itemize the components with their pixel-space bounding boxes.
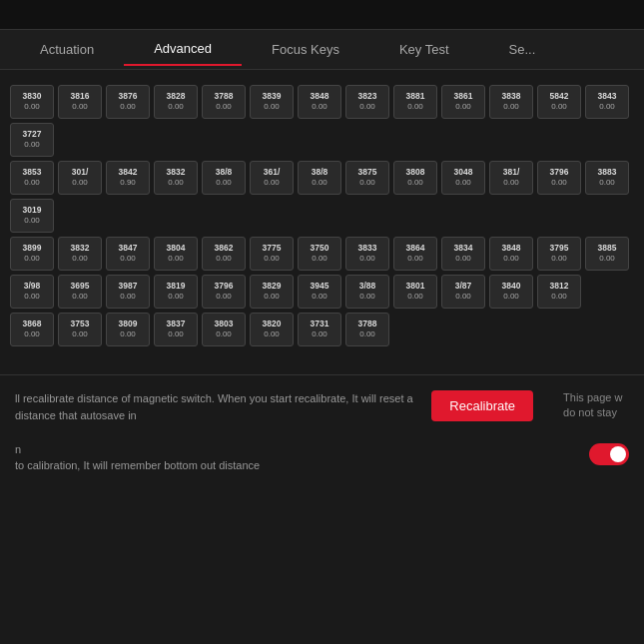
key-cell[interactable]: 37950.00 <box>537 237 581 271</box>
key-cell[interactable]: 38610.00 <box>441 85 485 119</box>
key-cell[interactable]: 37750.00 <box>250 237 294 271</box>
key-cell[interactable]: 58420.00 <box>537 85 581 119</box>
top-bar <box>0 0 644 30</box>
key-cell[interactable]: 301/0.00 <box>58 161 102 195</box>
key-cell[interactable]: 37960.00 <box>537 161 581 195</box>
key-cell[interactable]: 38290.00 <box>250 275 294 309</box>
key-cell[interactable]: 38230.00 <box>345 85 389 119</box>
key-cell[interactable]: 38480.00 <box>298 85 341 119</box>
key-cell[interactable]: 38/80.00 <box>202 161 246 195</box>
key-id: 3809 <box>119 319 138 329</box>
key-cell[interactable]: 38280.00 <box>154 85 198 119</box>
key-cell[interactable]: 37310.00 <box>298 313 341 346</box>
key-cell[interactable]: 38470.00 <box>106 237 150 271</box>
tab-se[interactable]: Se... <box>479 34 566 65</box>
key-val: 0.00 <box>551 292 567 302</box>
key-cell[interactable]: 30190.00 <box>10 199 54 233</box>
key-cell[interactable]: 38750.00 <box>345 161 389 195</box>
key-cell[interactable]: 38090.00 <box>106 313 150 346</box>
key-val: 0.00 <box>312 329 327 339</box>
key-val: 0.00 <box>599 102 615 112</box>
key-val: 0.00 <box>216 102 232 112</box>
key-cell[interactable]: 38420.90 <box>106 161 150 195</box>
key-cell[interactable]: 38850.00 <box>585 237 629 271</box>
key-cell[interactable]: 38370.00 <box>154 313 198 346</box>
key-cell[interactable]: 3/880.00 <box>345 275 389 309</box>
key-val: 0.00 <box>24 216 40 226</box>
key-cell[interactable]: 381/0.00 <box>489 161 533 195</box>
key-cell[interactable]: 38190.00 <box>154 275 198 309</box>
key-val: 0.00 <box>455 178 471 188</box>
key-cell[interactable]: 38530.00 <box>10 161 54 195</box>
key-val: 0.00 <box>264 254 280 264</box>
key-id: 3945 <box>311 281 329 292</box>
key-cell[interactable]: 38080.00 <box>393 161 437 195</box>
key-val: 0.00 <box>264 292 280 302</box>
recalibrate-controls: Recalibrate This page w do not stay <box>431 390 629 421</box>
key-cell[interactable]: 38340.00 <box>441 237 485 271</box>
key-cell[interactable]: 38760.00 <box>106 85 150 119</box>
tab-actuation[interactable]: Actuation <box>10 34 124 65</box>
key-val: 0.00 <box>312 178 327 188</box>
key-cell[interactable]: 38320.00 <box>58 237 102 271</box>
key-row: 38300.0038160.0038760.0038280.0037880.00… <box>10 85 634 157</box>
key-id: 3847 <box>119 243 138 254</box>
key-cell[interactable]: 38380.00 <box>489 85 533 119</box>
key-cell[interactable]: 30480.00 <box>441 161 485 195</box>
toggle-switch[interactable] <box>589 443 629 465</box>
key-val: 0.00 <box>120 102 136 112</box>
key-cell[interactable]: 361/0.00 <box>250 161 294 195</box>
key-cell[interactable]: 37530.00 <box>58 313 102 346</box>
key-cell[interactable]: 37960.00 <box>202 275 246 309</box>
key-cell[interactable]: 38430.00 <box>585 85 629 119</box>
key-val: 0.00 <box>72 102 88 112</box>
key-cell[interactable]: 38400.00 <box>489 275 533 309</box>
key-cell[interactable]: 38330.00 <box>345 237 389 271</box>
key-cell[interactable]: 38990.00 <box>10 237 54 271</box>
key-cell[interactable]: 38320.00 <box>154 161 198 195</box>
key-cell[interactable]: 38620.00 <box>202 237 246 271</box>
key-cell[interactable]: 36950.00 <box>58 275 102 309</box>
key-val: 0.00 <box>168 329 184 339</box>
tab-focus-keys[interactable]: Focus Keys <box>242 34 369 65</box>
tab-advanced[interactable]: Advanced <box>124 33 242 66</box>
key-cell[interactable]: 38010.00 <box>393 275 437 309</box>
key-cell[interactable]: 38810.00 <box>393 85 437 119</box>
key-cell[interactable]: 38030.00 <box>202 313 246 346</box>
key-cell[interactable]: 3/980.00 <box>10 275 54 309</box>
key-cell[interactable]: 38040.00 <box>154 237 198 271</box>
key-cell[interactable]: 38390.00 <box>250 85 294 119</box>
recalibrate-description: ll recalibrate distance of magnetic swit… <box>15 390 431 423</box>
key-cell[interactable]: 38830.00 <box>585 161 629 195</box>
key-cell[interactable]: 37880.00 <box>202 85 246 119</box>
key-grid: 38300.0038160.0038760.0038280.0037880.00… <box>10 85 634 346</box>
key-val: 0.00 <box>168 178 184 188</box>
key-id: 3830 <box>23 91 42 102</box>
key-val: 0.00 <box>216 254 232 264</box>
key-cell[interactable]: 37880.00 <box>345 313 389 346</box>
recalibrate-area: ll recalibrate distance of magnetic swit… <box>15 390 629 423</box>
key-id: 3727 <box>23 129 42 140</box>
key-val: 0.00 <box>72 329 88 339</box>
key-cell[interactable]: 38480.00 <box>489 237 533 271</box>
key-cell[interactable]: 39450.00 <box>298 275 341 309</box>
key-cell[interactable]: 38120.00 <box>537 275 581 309</box>
bottom-section: ll recalibrate distance of magnetic swit… <box>0 374 644 644</box>
key-cell[interactable]: 3/870.00 <box>441 275 485 309</box>
key-cell[interactable]: 38200.00 <box>250 313 294 346</box>
toggle-area: n to calibration, It will remember botto… <box>15 443 629 471</box>
key-id: 3848 <box>502 243 521 254</box>
key-id: 361/ <box>264 167 281 178</box>
key-id: 3839 <box>263 91 282 102</box>
key-cell[interactable]: 37500.00 <box>298 237 341 271</box>
key-cell[interactable]: 38300.00 <box>10 85 54 119</box>
tab-key-test[interactable]: Key Test <box>369 34 479 65</box>
key-cell[interactable]: 39870.00 <box>106 275 150 309</box>
key-cell[interactable]: 38160.00 <box>58 85 102 119</box>
key-cell[interactable]: 38640.00 <box>393 237 437 271</box>
key-cell[interactable]: 37270.00 <box>10 123 54 157</box>
key-cell[interactable]: 38680.00 <box>10 313 54 346</box>
recalibrate-button[interactable]: Recalibrate <box>431 390 533 421</box>
key-cell[interactable]: 38/80.00 <box>298 161 341 195</box>
key-val: 0.00 <box>24 178 40 188</box>
